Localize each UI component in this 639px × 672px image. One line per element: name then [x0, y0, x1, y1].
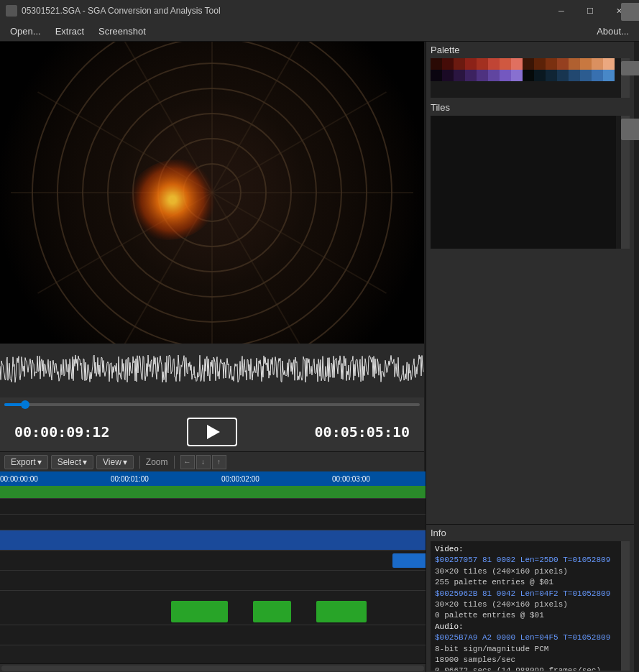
info-line: $0025B7A9 A2 0000 Len=04F5 T=01052809	[435, 632, 617, 643]
menu-open[interactable]: Open...	[3, 23, 48, 40]
palette-section: Palette	[426, 42, 634, 99]
ruler-tick: 00:00:02:00	[221, 475, 259, 483]
info-line: 255 palette entries @ $01	[435, 577, 617, 588]
info-line: 8-bit sign/magnitude PCM	[435, 644, 617, 655]
tiles-canvas	[431, 116, 616, 249]
toolbar: Export ▾ Select ▾ View ▾ Zoom ← ↓ ↑	[0, 451, 424, 471]
nav-left-button[interactable]: ←	[180, 455, 195, 469]
nav-arrows: ← ↓ ↑	[180, 455, 226, 469]
track-segment-5a	[392, 553, 426, 568]
video-canvas	[0, 42, 424, 344]
left-panel: 00:00:09:12 00:05:05:10 Export ▾ Select …	[0, 42, 426, 672]
video-display	[0, 42, 424, 344]
timeline-track-8	[0, 625, 426, 645]
scrubber-thumb[interactable]	[21, 400, 29, 409]
info-line: Video:	[435, 544, 617, 555]
export-button[interactable]: Export ▾	[4, 455, 48, 469]
tiles-label: Tiles	[431, 102, 630, 113]
tiles-section: Tiles	[426, 99, 634, 524]
palette-scroll-thumb[interactable]	[621, 61, 639, 75]
view-button[interactable]: View ▾	[96, 455, 134, 469]
menubar: Open... Extract Screenshot About...	[0, 22, 639, 42]
info-line: $0025962B 81 0042 Len=04F2 T=01052809	[435, 589, 617, 599]
waveform-area	[0, 344, 424, 397]
info-line: $00257057 81 0002 Len=25D0 T=01052809	[435, 555, 617, 566]
info-content: Video:$00257057 81 0002 Len=25D0 T=01052…	[431, 541, 621, 671]
info-line: 18900 samples/sec	[435, 655, 617, 666]
track-segment-7c	[316, 601, 367, 622]
timeline-track-4	[0, 530, 426, 551]
palette-canvas	[431, 58, 616, 98]
waveform-canvas	[0, 347, 424, 390]
timeline-container[interactable]: 00:00:00:0000:00:01:0000:00:02:0000:00:0…	[0, 471, 426, 663]
zoom-label: Zoom	[146, 457, 168, 467]
horizontal-scrollbar[interactable]	[0, 663, 426, 672]
palette-label: Palette	[431, 45, 630, 55]
tiles-scroll-thumb[interactable]	[621, 119, 639, 140]
timeline-track-5	[0, 551, 426, 571]
play-icon	[207, 425, 220, 439]
toolbar-divider-2	[174, 456, 175, 469]
nav-down-button[interactable]: ↓	[196, 455, 211, 469]
info-label: Info	[431, 528, 630, 538]
titlebar: 05301521.SGA - SGA Conversion and Analys…	[0, 0, 639, 22]
window-title: 05301521.SGA - SGA Conversion and Analys…	[22, 6, 547, 16]
timeline-track-2	[0, 499, 426, 515]
menu-about[interactable]: About...	[589, 23, 636, 40]
transport-controls: 00:00:09:12 00:05:05:10	[0, 412, 424, 451]
info-section: Info Video:$00257057 81 0002 Len=25D0 T=…	[426, 524, 634, 672]
window-controls: ─ ☐ ✕	[547, 0, 633, 22]
ruler-tick: 00:00:01:00	[111, 475, 149, 483]
scroll-track[interactable]	[1, 666, 424, 671]
timeline-ruler: 00:00:00:0000:00:01:0000:00:02:0000:00:0…	[0, 471, 426, 486]
timeline-track-3	[0, 515, 426, 530]
timeline-track-6	[0, 571, 426, 591]
maximize-button[interactable]: ☐	[576, 0, 604, 22]
ruler-tick: 00:00:03:00	[332, 475, 370, 483]
timecode-total: 00:05:05:10	[315, 423, 410, 441]
timeline-track-1	[0, 486, 426, 499]
toolbar-divider-1	[139, 456, 140, 469]
tiles-display	[431, 116, 621, 249]
menu-screenshot[interactable]: Screenshot	[91, 23, 153, 40]
track-segment-7b	[253, 601, 291, 622]
right-panel: Palette Tiles	[426, 42, 634, 672]
info-line: 0 palette entries @ $01	[435, 610, 617, 621]
info-scrollbar[interactable]	[621, 541, 630, 671]
content-area: 00:00:09:12 00:05:05:10 Export ▾ Select …	[0, 42, 639, 672]
info-line: 30×20 tiles (240×160 pixels)	[435, 566, 617, 577]
track-segment-7a	[171, 601, 228, 622]
tiles-scrollbar[interactable]	[621, 116, 630, 249]
nav-up-button[interactable]: ↑	[212, 455, 226, 469]
ruler-tick: 00:00:00:00	[0, 475, 38, 483]
app-icon	[6, 5, 17, 17]
play-button[interactable]	[187, 418, 237, 446]
menu-extract[interactable]: Extract	[48, 23, 91, 40]
timeline-inner: 00:00:00:0000:00:01:0000:00:02:0000:00:0…	[0, 471, 426, 663]
scrubber-track[interactable]	[4, 403, 420, 406]
info-line: Audio:	[435, 622, 617, 632]
timeline-track-7	[0, 598, 426, 625]
minimize-button[interactable]: ─	[547, 0, 576, 22]
timecode-current: 00:00:09:12	[14, 423, 109, 441]
palette-scrollbar[interactable]	[621, 58, 630, 98]
select-button[interactable]: Select ▾	[51, 455, 93, 469]
scrubber-area[interactable]	[0, 397, 424, 412]
palette-display	[431, 58, 621, 98]
info-line: 0.06672 secs (14.988099 frames/sec)	[435, 666, 617, 671]
info-line: 30×20 tiles (240×160 pixels)	[435, 599, 617, 610]
